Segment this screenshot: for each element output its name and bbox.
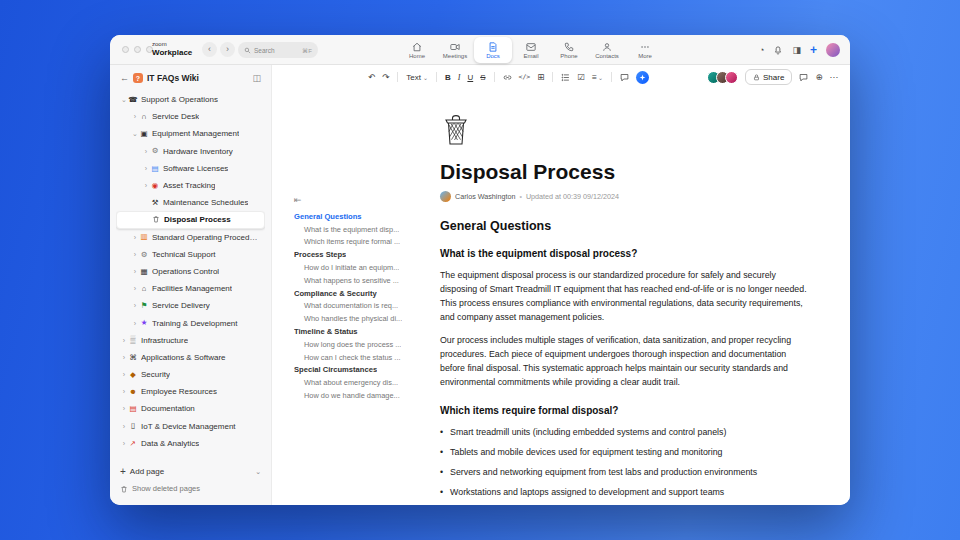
outline-item[interactable]: How do I initiate an equipm... <box>294 261 424 274</box>
chevron-right-icon[interactable]: › <box>131 302 139 309</box>
sidebar-item-disposal-process[interactable]: Disposal Process <box>116 211 265 228</box>
show-deleted-pages-button[interactable]: Show deleted pages <box>116 480 265 497</box>
outline-section[interactable]: Process Steps <box>294 248 424 261</box>
chevron-right-icon[interactable]: › <box>120 337 128 344</box>
sidebar-item-equipment-management[interactable]: ⌄ ▣ Equipment Management <box>116 125 265 142</box>
tab-phone[interactable]: Phone <box>550 37 588 63</box>
outline-item[interactable]: What happens to sensitive ... <box>294 274 424 287</box>
sidebar-item-documentation[interactable]: › ▤ Documentation <box>116 400 265 417</box>
chevron-right-icon[interactable]: › <box>142 165 150 172</box>
tab-contacts[interactable]: Contacts <box>588 37 626 63</box>
chevron-right-icon[interactable]: › <box>131 234 139 241</box>
tab-meetings[interactable]: Meetings <box>436 37 474 63</box>
globe-icon[interactable]: ⊕ <box>815 73 822 82</box>
sidebar-item-maintenance-schedules[interactable]: ⚒ Maintenance Schedules <box>116 194 265 211</box>
sidebar-item-operations-control[interactable]: › ▦ Operations Control <box>116 263 265 280</box>
chevron-right-icon[interactable]: › <box>131 113 139 120</box>
tab-docs[interactable]: Docs <box>474 37 512 63</box>
insert-table-button[interactable]: ⊞ <box>537 73 544 82</box>
sidebar-item-training-development[interactable]: › ★ Training & Development <box>116 314 265 331</box>
chat-bubble-icon[interactable] <box>799 73 808 82</box>
sidebar-item-asset-tracking[interactable]: › ◉ Asset Tracking <box>116 177 265 194</box>
outline-item[interactable]: How can I check the status ... <box>294 351 424 364</box>
document-canvas[interactable]: Disposal Process Carlos Washington • Upd… <box>424 89 850 505</box>
text-style-dropdown[interactable]: Text ⌄ <box>406 73 428 82</box>
sidebar-item-support-operations[interactable]: ⌄ ☎ Support & Operations <box>116 91 265 108</box>
sidebar-item-software-licenses[interactable]: › ▤ Software Licenses <box>116 160 265 177</box>
sidebar-item-iot-device-management[interactable]: › ▯ IoT & Device Management <box>116 418 265 435</box>
outline-item[interactable]: How do we handle damage... <box>294 389 424 402</box>
checklist-button[interactable]: ☑ <box>577 73 585 82</box>
chevron-right-icon[interactable]: › <box>120 423 128 430</box>
outline-item[interactable]: Which items require formal ... <box>294 236 424 249</box>
alignment-dropdown[interactable]: ≡ ⌄ <box>592 73 603 82</box>
share-button[interactable]: Share <box>745 69 792 85</box>
sidebar-item-data-analytics[interactable]: › ↗ Data & Analytics <box>116 435 265 452</box>
ai-companion-button[interactable] <box>636 71 649 84</box>
back-arrow-icon[interactable]: ← <box>120 73 129 83</box>
history-icon[interactable]: ◔ <box>759 46 764 55</box>
outline-section[interactable]: Special Circumstances <box>294 364 424 377</box>
chevron-right-icon[interactable]: › <box>131 320 139 327</box>
chevron-down-icon[interactable]: ⌄ <box>120 96 128 104</box>
tab-email[interactable]: Email <box>512 37 550 63</box>
outline-section[interactable]: Timeline & Status <box>294 325 424 338</box>
italic-button[interactable]: I <box>458 73 461 82</box>
new-item-plus-button[interactable]: + <box>810 44 817 56</box>
collapse-sidebar-icon[interactable]: ◫ <box>252 73 261 83</box>
collaborator-avatar[interactable] <box>725 71 738 84</box>
sidebar-item-employee-resources[interactable]: › ☻ Employee Resources <box>116 383 265 400</box>
sidebar-item-service-delivery[interactable]: › ⚑ Service Delivery <box>116 297 265 314</box>
global-search-input[interactable]: Search ⌘F <box>238 42 318 58</box>
chevron-right-icon[interactable]: › <box>142 182 150 189</box>
tab-more[interactable]: More <box>626 37 664 63</box>
add-page-button[interactable]: + Add page ⌄ <box>116 463 265 480</box>
outline-item[interactable]: How long does the process ... <box>294 338 424 351</box>
chevron-right-icon[interactable]: › <box>142 148 150 155</box>
history-forward-button[interactable]: › <box>220 42 235 57</box>
minimize-button[interactable] <box>134 46 141 53</box>
sidebar-item-security[interactable]: › ◆ Security <box>116 366 265 383</box>
chevron-down-icon[interactable]: ⌄ <box>131 130 139 138</box>
user-avatar[interactable] <box>826 43 840 57</box>
outline-item[interactable]: What documentation is req... <box>294 300 424 313</box>
history-back-button[interactable]: ‹ <box>202 42 217 57</box>
outline-item[interactable]: What about emergency dis... <box>294 376 424 389</box>
link-button[interactable] <box>503 73 512 82</box>
underline-button[interactable]: U <box>467 73 473 82</box>
collaborator-avatars[interactable] <box>707 71 738 84</box>
sidebar-item-facilities-management[interactable]: › ⌂ Facilities Management <box>116 280 265 297</box>
chevron-right-icon[interactable]: › <box>120 371 128 378</box>
notifications-bell-icon[interactable] <box>773 45 783 55</box>
sidebar-item-applications-software[interactable]: › ⌘ Applications & Software <box>116 349 265 366</box>
outline-section[interactable]: General Questions <box>294 210 424 223</box>
sidebar-item-standard-operating-procedures[interactable]: › ▥ Standard Operating Procedures <box>116 229 265 246</box>
sidebar-item-technical-support[interactable]: › ⚙ Technical Support <box>116 246 265 263</box>
panel-toggle-icon[interactable]: ◨ <box>792 46 801 55</box>
chevron-right-icon[interactable]: › <box>120 354 128 361</box>
chevron-right-icon[interactable]: › <box>120 405 128 412</box>
sidebar-item-infrastructure[interactable]: › ▒ Infrastructure <box>116 332 265 349</box>
bullet-list-button[interactable] <box>561 73 570 82</box>
chevron-right-icon[interactable]: › <box>131 285 139 292</box>
collapse-outline-icon[interactable]: ⇤ <box>294 195 424 205</box>
close-button[interactable] <box>122 46 129 53</box>
chevron-down-icon[interactable]: ⌄ <box>255 468 261 476</box>
code-button[interactable]: </> <box>519 73 531 81</box>
chevron-right-icon[interactable]: › <box>131 268 139 275</box>
tab-home[interactable]: Home <box>398 37 436 63</box>
chevron-right-icon[interactable]: › <box>131 251 139 258</box>
sidebar-item-service-desk[interactable]: › ∩ Service Desk <box>116 108 265 125</box>
outline-section[interactable]: Compliance & Security <box>294 287 424 300</box>
chevron-right-icon[interactable]: › <box>120 388 128 395</box>
comment-button[interactable] <box>620 73 629 82</box>
undo-button[interactable]: ↶ <box>368 73 375 82</box>
chevron-right-icon[interactable]: › <box>120 440 128 447</box>
more-options-button[interactable]: ⋯ <box>830 73 839 82</box>
redo-button[interactable]: ↷ <box>382 73 389 82</box>
outline-item[interactable]: Who handles the physical di... <box>294 312 424 325</box>
bold-button[interactable]: B <box>445 73 451 82</box>
sidebar-item-hardware-inventory[interactable]: › ⚙ Hardware Inventory <box>116 143 265 160</box>
strikethrough-button[interactable]: S <box>480 73 485 82</box>
outline-item[interactable]: What is the equipment disp... <box>294 223 424 236</box>
